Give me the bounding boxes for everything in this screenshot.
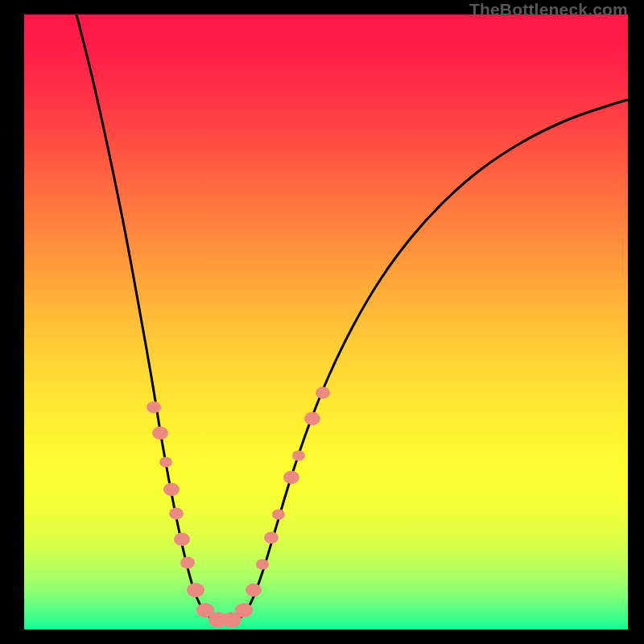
data-marker [246,584,262,597]
data-marker [283,471,299,484]
data-marker [256,559,269,569]
data-marker [235,603,253,617]
data-marker [304,412,320,425]
data-marker [163,483,180,496]
data-marker [174,533,190,546]
data-marker [147,402,161,414]
plot-area [24,14,628,630]
chart-frame: TheBottleneck.com [0,0,644,644]
data-marker [169,508,184,520]
data-marker [187,583,204,597]
v-curve [24,14,628,630]
data-marker [292,450,305,460]
data-marker [264,532,279,544]
data-marker [272,509,285,519]
data-marker [316,387,330,399]
watermark-text: TheBottleneck.com [469,0,628,19]
data-marker [152,427,168,440]
data-marker [159,456,172,467]
data-marker [180,557,195,569]
